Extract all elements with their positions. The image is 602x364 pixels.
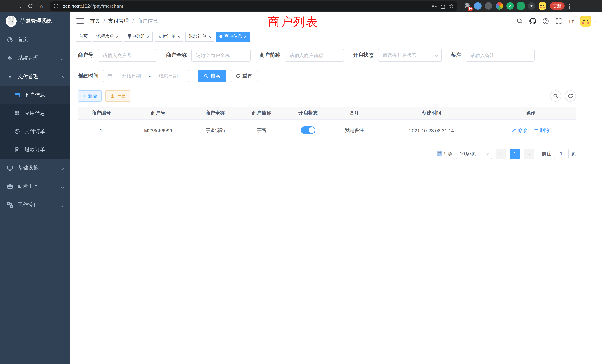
merchant-table: 商户编号 商户号 商户全称 商户简称 开启状态 备注 创建时间 操作 (78, 107, 576, 142)
table-header-row: 商户编号 商户号 商户全称 商户简称 开启状态 备注 创建时间 操作 (78, 107, 576, 119)
table-row: 1 M233666999 芋道源码 芋艿 我是备注 2021-10-23 08:… (78, 119, 576, 142)
user-avatar[interactable] (580, 16, 596, 27)
password-key-icon[interactable] (431, 3, 437, 9)
extension-icon-green-check[interactable]: ✓ (506, 2, 514, 10)
status-toggle[interactable] (301, 126, 315, 134)
close-icon[interactable]: × (244, 34, 247, 39)
col-status: 开启状态 (285, 107, 331, 119)
breadcrumb: 首页 / 支付管理 / 商户信息 (90, 18, 158, 24)
sidebar-subitem-merchant-info[interactable]: 商户信息 (0, 86, 70, 104)
cell-merchant-no: M233666999 (124, 119, 192, 142)
close-icon[interactable]: × (116, 34, 119, 39)
cell-status (285, 119, 331, 142)
search-form-row-1: 商户号 商户全称 商户简称 开启状态 (78, 49, 576, 62)
col-actions: 操作 (485, 107, 576, 119)
refresh-table-button[interactable] (565, 90, 576, 102)
search-icon[interactable] (516, 18, 523, 24)
site-info-icon[interactable] (53, 3, 59, 9)
prev-page-button[interactable] (496, 149, 506, 159)
breadcrumb-payment[interactable]: 支付管理 (108, 18, 129, 24)
tab-process-form[interactable]: 流程表单× (93, 32, 122, 41)
merchant-no-label: 商户号 (78, 52, 93, 59)
edit-link[interactable]: 修改 (512, 127, 527, 134)
sidebar-item-home[interactable]: 首页 (0, 30, 70, 49)
active-dot (219, 35, 222, 38)
short-name-input[interactable] (285, 49, 344, 62)
add-button[interactable]: + 新增 (78, 90, 102, 102)
hamburger-icon[interactable] (76, 18, 84, 24)
col-merchant-id: 商户编号 (78, 107, 124, 119)
fullscreen-icon[interactable] (555, 18, 562, 24)
chevron-down-icon (61, 165, 63, 171)
refund-doc-icon (14, 147, 20, 152)
breadcrumb-home[interactable]: 首页 (90, 18, 100, 24)
page-annotation: 商户列表 (268, 14, 318, 30)
browser-back-button[interactable]: ← (4, 1, 13, 10)
browser-update-button[interactable]: 更新 (550, 2, 565, 10)
close-icon[interactable]: × (178, 34, 180, 39)
browser-forward-button[interactable]: → (15, 1, 24, 10)
extension-icon-green-square[interactable] (517, 2, 525, 10)
status-select[interactable]: 请选择开启状态 (378, 49, 442, 62)
browser-menu-button[interactable] (568, 2, 572, 10)
sidebar-item-devtools[interactable]: 研发工具 (0, 177, 70, 196)
sidebar-subitem-app-info[interactable]: 应用信息 (0, 104, 70, 122)
help-icon[interactable] (542, 18, 549, 24)
font-size-icon[interactable]: TT (568, 19, 574, 23)
browser-home-button[interactable]: ⌂ (37, 1, 46, 10)
close-icon[interactable]: × (147, 34, 149, 39)
merchant-no-input[interactable] (98, 49, 157, 62)
workflow-icon (7, 202, 13, 208)
remark-label: 备注 (451, 52, 461, 59)
sidebar-item-payment[interactable]: ¥ 支付管理 (0, 67, 70, 86)
extension-icon-blue[interactable] (474, 2, 482, 10)
sidebar-subitem-refund-order[interactable]: 退款订单 (0, 140, 70, 159)
sidebar-subitem-pay-order[interactable]: 支付订单 (0, 122, 70, 140)
tab-home[interactable]: 首页 (76, 32, 91, 41)
next-page-button[interactable] (524, 149, 534, 159)
tab-user-group[interactable]: 用户分组× (124, 32, 153, 41)
page-size-select[interactable]: 10条/页 (456, 149, 492, 159)
github-icon[interactable] (529, 18, 536, 24)
logo-avatar (6, 16, 17, 27)
sidebar-item-workflow[interactable]: 工作流程 (0, 196, 70, 214)
edit-icon (512, 128, 516, 133)
search-button[interactable]: 搜索 (198, 70, 226, 82)
delete-link[interactable]: 删除 (534, 127, 549, 134)
sidebar-submenu-payment: 商户信息 应用信息 支付订单 退款订单 (0, 86, 70, 159)
app-title: 芋道管理系统 (20, 18, 52, 24)
extension-icon-colorful[interactable] (496, 2, 503, 10)
chevron-up-icon (61, 74, 63, 80)
browser-reload-button[interactable] (26, 1, 35, 10)
close-icon[interactable]: × (208, 34, 211, 39)
sidebar-item-infrastructure[interactable]: 基础设施 (0, 159, 70, 177)
bookmark-star-icon[interactable]: ☆ (449, 3, 454, 9)
sidebar-item-system[interactable]: 系统管理 (0, 49, 70, 67)
date-range-picker[interactable]: 开始日期 - 结束日期 (103, 70, 189, 82)
tags-view: 首页 流程表单× 用户分组× 支付订单× 退款订单× 商户信息× (70, 30, 602, 43)
reset-button[interactable]: 重置 (230, 70, 258, 82)
extension-icon-pin[interactable] (528, 2, 535, 10)
short-name-label: 商户简称 (259, 52, 280, 59)
address-bar[interactable]: localhost:1024/pay/merchant ☆ (50, 1, 457, 11)
page-number-button[interactable]: 1 (510, 149, 520, 159)
extension-icon-avatar[interactable] (539, 2, 546, 10)
total-text: 共 1 条 (437, 150, 452, 157)
tab-refund-order[interactable]: 退款订单× (185, 32, 214, 41)
date-end-placeholder: 结束日期 (151, 73, 185, 79)
goto-page-input[interactable] (554, 149, 569, 159)
extension-icon-dark[interactable] (485, 2, 492, 10)
cell-full-name: 芋道源码 (192, 119, 238, 142)
tab-pay-order[interactable]: 支付订单× (155, 32, 183, 41)
app-logo[interactable]: 芋道管理系统 (0, 12, 70, 30)
cell-create-time: 2021-10-23 08:31:14 (377, 119, 485, 142)
download-icon (110, 94, 115, 98)
share-icon[interactable] (440, 3, 446, 9)
full-name-input[interactable] (191, 49, 251, 62)
extensions-puzzle-icon[interactable]: 10 (463, 2, 471, 10)
export-button[interactable]: 导出 (105, 90, 130, 102)
remark-input[interactable] (466, 49, 535, 62)
toggle-search-button[interactable] (550, 90, 561, 102)
avatar-image (580, 16, 591, 27)
tab-merchant-info[interactable]: 商户信息× (216, 32, 250, 41)
